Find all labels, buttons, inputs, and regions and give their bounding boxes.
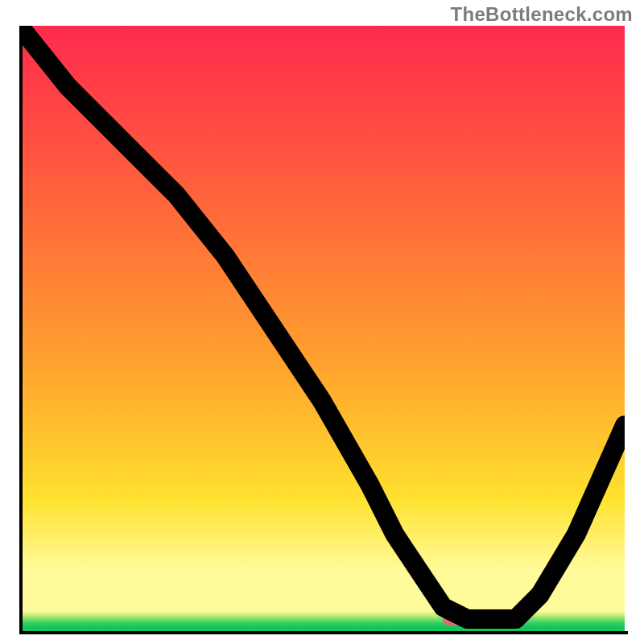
bottleneck-curve-path [19, 26, 625, 619]
plot-area [19, 26, 625, 631]
watermark-text: TheBottleneck.com [451, 3, 633, 26]
bottleneck-chart: TheBottleneck.com [0, 0, 644, 644]
curve-svg [19, 26, 625, 631]
